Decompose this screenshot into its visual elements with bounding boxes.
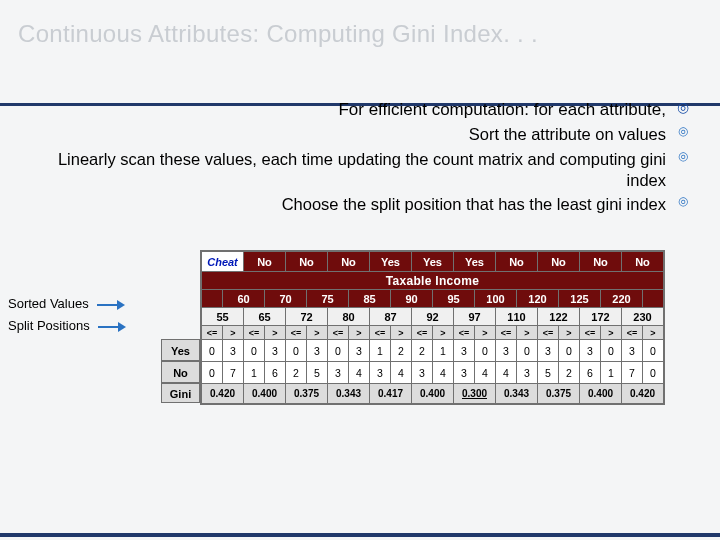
bullet-text: Sort the attribute on values: [469, 124, 666, 145]
bullet-text: Linearly scan these values, each time up…: [56, 149, 666, 190]
bullet-text: For efficient computation: for each attr…: [338, 99, 666, 120]
bullet-marker: ◎: [676, 149, 690, 163]
bullet-text: Choose the split position that has the l…: [282, 194, 666, 215]
slide-title: Continuous Attributes: Computing Gini In…: [18, 20, 538, 48]
bullet-list: For efficient computation: for each attr…: [0, 95, 690, 219]
bullet-0: For efficient computation: for each attr…: [0, 99, 690, 120]
gini-table: CheatNoNoNoYesYesYesNoNoNoNoTaxable Inco…: [200, 250, 665, 405]
bullet-2: Linearly scan these values, each time up…: [0, 149, 690, 190]
bullet-1: Sort the attribute on values ◎: [0, 124, 690, 145]
bullet-marker: ◎: [676, 99, 690, 115]
bullet-marker: ◎: [676, 124, 690, 138]
arrow-icon: [97, 301, 125, 309]
bullet-marker: ◎: [676, 194, 690, 208]
arrow-icon: [98, 323, 126, 331]
side-labels: Sorted Values Split Positions: [8, 293, 126, 337]
bottom-rule: [0, 533, 720, 537]
split-positions-label: Split Positions: [8, 315, 126, 337]
sorted-values-label: Sorted Values: [8, 293, 126, 315]
bullet-3: Choose the split position that has the l…: [0, 194, 690, 215]
gini-table-inner: CheatNoNoNoYesYesYesNoNoNoNoTaxable Inco…: [201, 251, 664, 404]
